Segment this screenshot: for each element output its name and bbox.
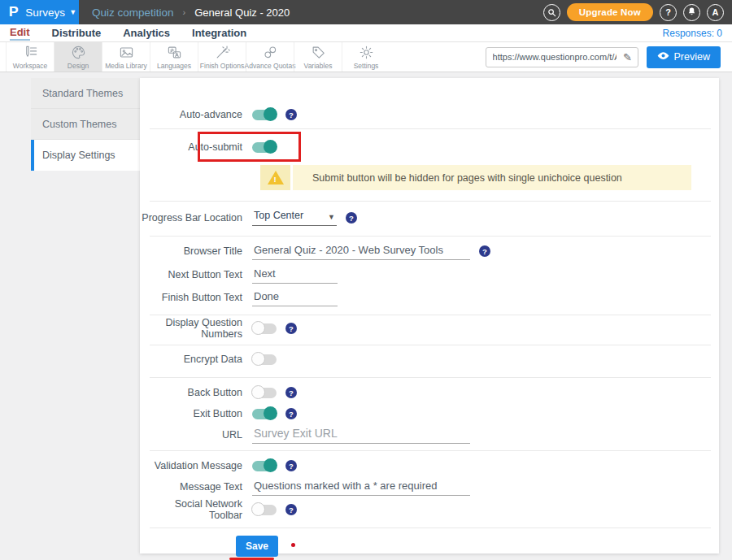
questionpro-logo: P xyxy=(9,4,19,20)
browser-title-row: Browser Title ? xyxy=(140,241,719,262)
breadcrumb-separator-icon: › xyxy=(183,7,186,17)
save-button[interactable]: Save xyxy=(236,536,278,557)
social-network-toolbar-toggle[interactable] xyxy=(252,505,277,515)
auto-advance-label: Auto-advance xyxy=(140,109,252,120)
search-button[interactable] xyxy=(543,4,560,21)
edit-url-button[interactable]: ✎ xyxy=(618,48,638,67)
auto-advance-row: Auto-advance ? xyxy=(140,104,719,125)
survey-nav-tabs: Edit Distribute Analytics Integration Re… xyxy=(0,24,732,42)
toolbar-item-settings[interactable]: Settings xyxy=(342,42,390,72)
edit-toolbar: Workspace Design Media Library Languages… xyxy=(0,42,732,72)
help-icon[interactable]: ? xyxy=(285,460,297,471)
search-icon xyxy=(547,8,556,17)
help-icon[interactable]: ? xyxy=(479,245,490,257)
auto-advance-toggle[interactable] xyxy=(252,110,277,120)
tag-icon xyxy=(311,45,326,60)
encrypt-data-toggle[interactable] xyxy=(252,354,277,365)
pencil-icon: ✎ xyxy=(623,51,632,63)
help-icon[interactable]: ? xyxy=(346,212,357,224)
validation-message-label: Validation Message xyxy=(140,460,252,471)
survey-url-input[interactable] xyxy=(486,52,618,62)
preview-button[interactable]: Preview xyxy=(647,46,721,68)
next-button-text-row: Next Button Text xyxy=(140,264,719,285)
divider xyxy=(150,128,711,129)
social-network-toolbar-label: Social Network Toolbar xyxy=(140,498,252,521)
media-library-icon xyxy=(119,45,134,60)
bell-icon xyxy=(687,7,696,18)
exit-button-toggle[interactable] xyxy=(252,409,277,419)
notifications-button[interactable] xyxy=(683,4,700,21)
eye-icon xyxy=(657,51,669,63)
exit-url-label: URL xyxy=(140,429,252,441)
upgrade-now-button[interactable]: Upgrade Now xyxy=(567,3,653,21)
warning-triangle-icon xyxy=(268,171,284,184)
sidebar-item-display-settings[interactable]: Display Settings xyxy=(31,140,140,171)
social-network-toolbar-row: Social Network Toolbar ? xyxy=(140,499,719,520)
divider xyxy=(150,345,711,345)
next-button-text-input[interactable] xyxy=(252,266,338,284)
toolbar-item-variables[interactable]: Variables xyxy=(294,42,342,72)
finish-button-text-input[interactable] xyxy=(252,289,338,306)
message-text-row: Message Text xyxy=(140,476,719,497)
breadcrumb-survey-name: General Quiz - 2020 xyxy=(194,7,290,19)
browser-title-label: Browser Title xyxy=(140,245,252,257)
top-header-bar: P Surveys ▼ Quiz competition › General Q… xyxy=(0,0,732,24)
validation-message-row: Validation Message ? xyxy=(140,455,719,476)
toolbar-item-advance-quotas[interactable]: Advance Quotas xyxy=(246,42,294,72)
gear-icon xyxy=(359,45,374,60)
help-icon[interactable]: ? xyxy=(285,109,297,120)
surveys-menu-label: Surveys xyxy=(25,7,65,19)
toolbar-item-languages[interactable]: Languages xyxy=(150,42,198,72)
toolbar-item-finish-options[interactable]: Finish Options xyxy=(198,42,246,72)
tab-distribute[interactable]: Distribute xyxy=(52,27,102,39)
toolbar-item-media-library[interactable]: Media Library xyxy=(102,42,150,72)
annotation-red-dot xyxy=(291,543,295,547)
chevron-down-icon: ▼ xyxy=(69,8,76,16)
progress-bar-location-select[interactable]: Top Center ▼ xyxy=(252,210,337,226)
back-button-label: Back Button xyxy=(140,387,252,398)
sidebar-item-custom-themes[interactable]: Custom Themes xyxy=(31,109,140,140)
breadcrumb-folder[interactable]: Quiz competition xyxy=(92,7,174,19)
exit-url-input[interactable] xyxy=(252,426,470,444)
exit-button-label: Exit Button xyxy=(140,408,252,419)
auto-submit-label: Auto-submit xyxy=(140,141,252,153)
save-section: Save xyxy=(236,536,399,555)
display-question-numbers-label: Display Question Numbers xyxy=(140,317,252,340)
help-icon[interactable]: ? xyxy=(285,504,297,515)
responses-count[interactable]: Responses: 0 xyxy=(663,28,722,39)
encrypt-data-label: Encrypt Data xyxy=(140,354,252,365)
help-icon[interactable]: ? xyxy=(285,387,297,398)
progress-bar-location-label: Progress Bar Location xyxy=(140,212,252,224)
survey-share-url-box: ✎ xyxy=(486,47,638,67)
validation-message-toggle[interactable] xyxy=(252,461,277,471)
divider xyxy=(150,201,711,202)
display-question-numbers-toggle[interactable] xyxy=(252,323,277,334)
browser-title-input[interactable] xyxy=(252,242,470,260)
divider xyxy=(150,527,711,528)
toolbar-item-design[interactable]: Design xyxy=(54,42,102,72)
tab-edit[interactable]: Edit xyxy=(10,26,30,41)
progress-bar-location-row: Progress Bar Location Top Center ▼ ? xyxy=(140,207,719,228)
auto-submit-warning: Submit button will be hidden for pages w… xyxy=(260,165,691,190)
help-icon[interactable]: ? xyxy=(285,408,297,419)
back-button-toggle[interactable] xyxy=(252,388,277,398)
tab-integration[interactable]: Integration xyxy=(192,27,246,39)
help-button[interactable]: ? xyxy=(660,4,677,21)
toolbar-item-workspace[interactable]: Workspace xyxy=(6,42,54,72)
avatar[interactable]: A xyxy=(707,4,724,21)
warning-message: Submit button will be hidden for pages w… xyxy=(293,165,622,190)
help-icon[interactable]: ? xyxy=(285,323,297,334)
magic-wand-icon xyxy=(215,45,230,60)
finish-button-text-row: Finish Button Text xyxy=(140,287,719,308)
exit-button-row: Exit Button ? xyxy=(140,403,719,424)
divider xyxy=(150,450,711,451)
tab-analytics[interactable]: Analytics xyxy=(123,27,170,39)
divider xyxy=(150,377,711,378)
message-text-input[interactable] xyxy=(252,478,470,496)
finish-button-text-label: Finish Button Text xyxy=(140,292,252,303)
display-settings-panel: Auto-advance ? Auto-submit Submit button… xyxy=(140,78,719,553)
auto-submit-toggle[interactable] xyxy=(252,142,277,153)
sidebar-item-standard-themes[interactable]: Standard Themes xyxy=(31,78,140,109)
surveys-product-menu[interactable]: P Surveys ▼ xyxy=(0,0,79,24)
display-question-numbers-row: Display Question Numbers ? xyxy=(140,318,719,339)
